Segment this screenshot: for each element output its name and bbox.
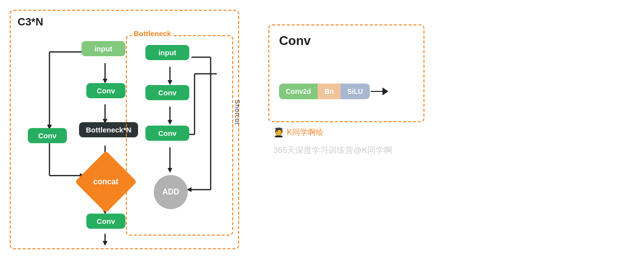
conv-blocks: Conv2d Bn SiLU [279, 84, 388, 99]
bn-block: Bn [318, 84, 341, 99]
output-arrow [371, 87, 388, 95]
bn-add: ADD [154, 175, 188, 209]
c3n-conv1: Conv [86, 83, 125, 98]
bn-conv2: Conv [145, 126, 189, 141]
c3n-concat: concat [84, 160, 128, 204]
svg-marker-19 [167, 80, 172, 85]
bn-conv1: Conv [145, 85, 189, 100]
conv-module-title: Conv [279, 33, 311, 48]
credit-emoji: 🧑‍🎓 [273, 127, 284, 138]
main-container: C3*N [0, 0, 644, 261]
svg-marker-17 [102, 241, 107, 246]
c3n-box: C3*N [10, 10, 239, 249]
credit-line: 🧑‍🎓 K同学啊绘 [273, 127, 634, 138]
silu-block: SiLU [341, 84, 370, 99]
svg-marker-23 [167, 168, 172, 173]
svg-marker-21 [167, 120, 172, 125]
c3n-conv-left: Conv [28, 128, 67, 143]
bottleneck-title: Bottleneck [132, 29, 173, 38]
c3n-conv-bottom: Conv [86, 214, 125, 229]
conv-module-box: Conv Conv2d Bn SiLU [268, 24, 424, 122]
credit-text: K同学啊绘 [287, 128, 323, 138]
bottleneck-box: Bottleneck Shotcut inp [126, 35, 233, 236]
conv2d-block: Conv2d [279, 84, 318, 99]
bn-input: input [145, 45, 189, 60]
c3n-label: C3*N [18, 16, 43, 28]
watermark: 365天深度学习训练营@K同学啊 [273, 145, 634, 156]
c3n-input: input [81, 41, 125, 56]
shortcut-label: Shotcut [234, 100, 241, 125]
